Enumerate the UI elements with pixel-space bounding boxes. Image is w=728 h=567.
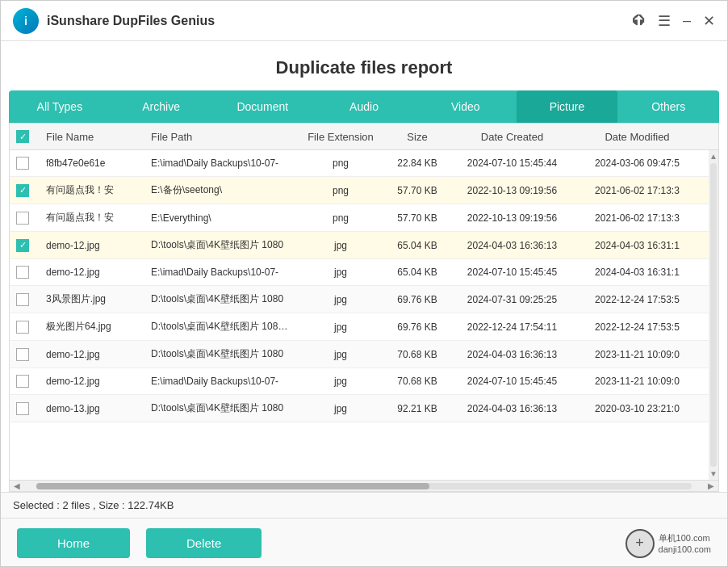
status-bar: Selected : 2 files , Size : 122.74KB [1,492,727,518]
tab-archive[interactable]: Archive [111,90,212,123]
tab-audio[interactable]: Audio [313,90,415,123]
row-created-2: 2022-10-13 09:19:56 [450,206,575,230]
row-filename-9: demo-13.jpg [42,397,147,421]
row-checkbox-2[interactable] [16,212,29,225]
row-size-6: 69.76 KB [385,315,450,339]
row-checkbox-8[interactable] [16,375,29,388]
row-modified-8: 2023-11-21 10:09:0 [575,369,700,393]
table-row: 有问题点我！安 E:\Everything\ png 57.70 KB 2022… [10,204,709,232]
row-filename-0: f8fb47e0e61e [42,151,147,175]
table-header: ✓ File Name File Path File Extension Siz… [10,124,718,150]
table-row: demo-12.jpg E:\imad\Daily Backups\10-07-… [10,259,709,286]
row-modified-1: 2021-06-02 17:13:3 [575,178,700,203]
row-filename-3: demo-12.jpg [42,233,147,258]
row-extension-8: jpg [296,369,385,393]
row-checkbox-7[interactable] [16,348,29,361]
close-icon[interactable]: ✕ [703,12,715,30]
row-filename-5: 3风景图片.jpg [42,286,147,313]
tab-picture[interactable]: Picture [517,90,618,123]
minimize-icon[interactable]: – [683,12,691,29]
footer-logo-texts: 单机100.com danji100.com [659,532,711,554]
title-bar: i iSunshare DupFiles Genius ⮉ ☰ – ✕ [1,1,727,41]
row-filename-2: 有问题点我！安 [42,204,147,231]
scroll-left-icon[interactable]: ◀ [14,481,20,490]
table-row: ✓ 有问题点我！安 E:\备份\seetong\ png 57.70 KB 20… [10,177,709,204]
row-checkbox-9[interactable] [16,402,29,415]
row-size-4: 65.04 KB [385,260,450,284]
delete-button[interactable]: Delete [146,528,261,558]
row-size-3: 65.04 KB [385,233,450,258]
row-checkbox-6[interactable] [16,321,29,334]
row-filepath-5: D:\tools\桌面\4K壁纸图片 1080 [147,286,296,313]
row-created-7: 2024-04-03 16:36:13 [450,342,575,367]
tab-others[interactable]: Others [617,90,719,123]
header-checkbox[interactable]: ✓ [16,130,29,143]
row-created-4: 2024-07-10 15:45:45 [450,260,575,284]
scroll-track-h [36,483,692,489]
table-body: f8fb47e0e61e E:\imad\Daily Backups\10-07… [10,150,709,480]
tab-video[interactable]: Video [415,90,517,123]
table-row: 极光图片64.jpg D:\tools\桌面\4K壁纸图片 1080P\ jpg… [10,313,709,341]
row-filename-4: demo-12.jpg [42,260,147,284]
footer-logo-icon: + [625,529,655,558]
row-extension-1: png [296,178,385,203]
table-row: demo-12.jpg E:\imad\Daily Backups\10-07-… [10,368,709,395]
row-filename-6: 极光图片64.jpg [42,313,147,340]
status-text: Selected : 2 files , Size : 122.74KB [13,499,174,511]
row-size-8: 70.68 KB [385,369,450,393]
row-checkbox-3[interactable]: ✓ [16,239,29,252]
row-size-2: 57.70 KB [385,206,450,230]
tab-all-types[interactable]: All Types [9,90,111,123]
horizontal-scrollbar[interactable]: ◀ ▶ [10,480,718,491]
row-checkbox-0[interactable] [16,157,29,170]
row-created-9: 2024-04-03 16:36:13 [450,397,575,421]
footer-logo-text1: 单机100.com [659,532,711,544]
home-button[interactable]: Home [17,528,130,558]
row-modified-2: 2021-06-02 17:13:3 [575,206,700,230]
table-body-wrapper: f8fb47e0e61e E:\imad\Daily Backups\10-07… [10,150,718,480]
vertical-scrollbar[interactable]: ▲ ▼ [709,150,718,480]
row-checkbox-1[interactable]: ✓ [16,184,29,197]
row-extension-4: jpg [296,260,385,284]
footer-logo: + 单机100.com danji100.com [625,529,711,558]
row-size-1: 57.70 KB [385,178,450,203]
scroll-down-icon[interactable]: ▼ [709,469,718,478]
scroll-track [710,163,717,467]
col-header-filename: File Name [42,124,147,149]
row-created-0: 2024-07-10 15:45:44 [450,151,575,175]
row-filepath-1: E:\备份\seetong\ [147,177,296,204]
row-extension-7: jpg [296,342,385,367]
row-filepath-6: D:\tools\桌面\4K壁纸图片 1080P\ [147,313,296,340]
row-checkbox-4[interactable] [16,266,29,279]
row-created-5: 2024-07-31 09:25:25 [450,288,575,312]
row-filepath-7: D:\tools\桌面\4K壁纸图片 1080 [147,341,296,368]
row-created-8: 2024-07-10 15:45:45 [450,369,575,393]
menu-icon[interactable]: ☰ [658,12,671,30]
col-header-modified: Date Modified [575,124,700,149]
row-filepath-2: E:\Everything\ [147,206,296,230]
app-logo: i [13,8,39,34]
row-modified-0: 2024-03-06 09:47:5 [575,151,700,175]
row-created-1: 2022-10-13 09:19:56 [450,178,575,203]
row-modified-9: 2020-03-10 23:21:0 [575,397,700,421]
table-row: demo-12.jpg D:\tools\桌面\4K壁纸图片 1080 jpg … [10,341,709,368]
row-checkbox-5[interactable] [16,293,29,306]
row-extension-9: jpg [296,397,385,421]
scroll-right-icon[interactable]: ▶ [708,481,714,490]
row-filepath-0: E:\imad\Daily Backups\10-07- [147,151,296,175]
table-row: f8fb47e0e61e E:\imad\Daily Backups\10-07… [10,150,709,177]
main-content: Duplicate files report All Types Archive… [1,41,727,567]
scroll-up-icon[interactable]: ▲ [709,152,718,161]
row-extension-2: png [296,206,385,230]
table-container: ✓ File Name File Path File Extension Siz… [9,123,719,492]
row-modified-7: 2023-11-21 10:09:0 [575,342,700,367]
row-filename-1: 有问题点我！安 [42,177,147,204]
title-bar-actions: ⮉ ☰ – ✕ [631,12,715,30]
share-icon[interactable]: ⮉ [631,12,646,29]
row-extension-3: jpg [296,233,385,258]
row-created-6: 2022-12-24 17:54:11 [450,315,575,339]
row-filepath-3: D:\tools\桌面\4K壁纸图片 1080 [147,232,296,258]
row-modified-3: 2024-04-03 16:31:1 [575,233,700,258]
row-modified-6: 2022-12-24 17:53:5 [575,315,700,339]
tab-document[interactable]: Document [211,90,313,123]
